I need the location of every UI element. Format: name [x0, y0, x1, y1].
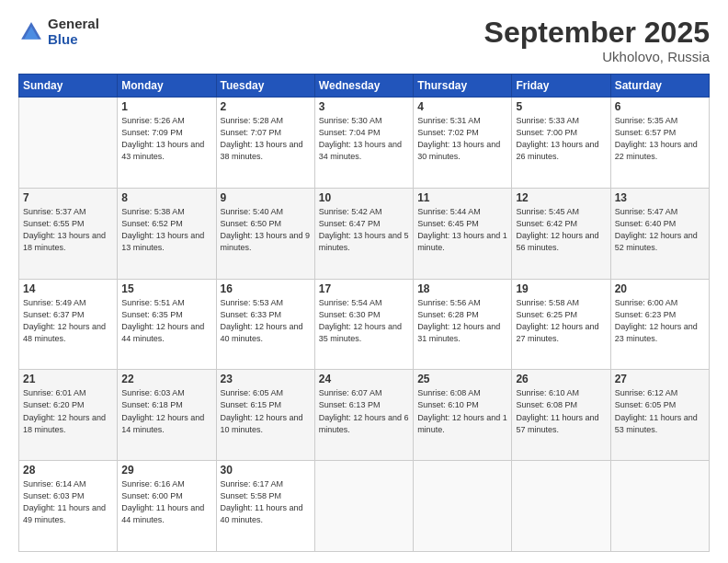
- table-row: 25Sunrise: 6:08 AM Sunset: 6:10 PM Dayli…: [414, 370, 512, 461]
- day-info: Sunrise: 5:49 AM Sunset: 6:37 PM Dayligh…: [23, 297, 113, 345]
- day-number: 2: [221, 100, 311, 113]
- day-number: 26: [516, 373, 606, 385]
- table-row: 14Sunrise: 5:49 AM Sunset: 6:37 PM Dayli…: [19, 279, 118, 370]
- day-number: 16: [221, 282, 311, 295]
- table-row: 28Sunrise: 6:14 AM Sunset: 6:03 PM Dayli…: [19, 461, 118, 552]
- table-row: [19, 98, 118, 189]
- day-number: 14: [23, 282, 113, 295]
- day-number: 27: [615, 373, 705, 385]
- day-info: Sunrise: 5:42 AM Sunset: 6:47 PM Dayligh…: [319, 206, 409, 254]
- day-info: Sunrise: 5:30 AM Sunset: 7:04 PM Dayligh…: [319, 115, 409, 163]
- day-info: Sunrise: 5:54 AM Sunset: 6:30 PM Dayligh…: [319, 297, 409, 345]
- day-info: Sunrise: 6:14 AM Sunset: 6:03 PM Dayligh…: [23, 478, 113, 526]
- table-row: 12Sunrise: 5:45 AM Sunset: 6:42 PM Dayli…: [512, 188, 610, 279]
- day-info: Sunrise: 5:51 AM Sunset: 6:35 PM Dayligh…: [121, 297, 211, 345]
- day-number: 19: [516, 282, 606, 295]
- day-number: 12: [516, 191, 606, 204]
- day-number: 10: [319, 191, 409, 204]
- day-info: Sunrise: 6:00 AM Sunset: 6:23 PM Dayligh…: [615, 297, 705, 345]
- location: Ukholovo, Russia: [484, 49, 710, 64]
- month-title: September 2025: [484, 17, 710, 49]
- day-number: 6: [615, 100, 705, 113]
- day-number: 29: [121, 464, 211, 477]
- table-row: 5Sunrise: 5:33 AM Sunset: 7:00 PM Daylig…: [512, 98, 610, 189]
- day-number: 25: [417, 373, 507, 385]
- col-thursday: Thursday: [414, 75, 512, 98]
- table-row: 7Sunrise: 5:37 AM Sunset: 6:55 PM Daylig…: [19, 188, 118, 279]
- day-info: Sunrise: 5:44 AM Sunset: 6:45 PM Dayligh…: [417, 206, 507, 254]
- table-row: 24Sunrise: 6:07 AM Sunset: 6:13 PM Dayli…: [314, 370, 413, 461]
- day-number: 23: [221, 373, 311, 385]
- table-row: 23Sunrise: 6:05 AM Sunset: 6:15 PM Dayli…: [216, 370, 314, 461]
- day-info: Sunrise: 5:38 AM Sunset: 6:52 PM Dayligh…: [121, 206, 211, 254]
- day-info: Sunrise: 5:31 AM Sunset: 7:02 PM Dayligh…: [417, 115, 507, 163]
- day-number: 17: [319, 282, 409, 295]
- day-info: Sunrise: 5:40 AM Sunset: 6:50 PM Dayligh…: [221, 206, 311, 254]
- day-number: 3: [319, 100, 409, 113]
- table-row: 22Sunrise: 6:03 AM Sunset: 6:18 PM Dayli…: [118, 370, 216, 461]
- day-info: Sunrise: 5:56 AM Sunset: 6:28 PM Dayligh…: [417, 297, 507, 345]
- table-row: 17Sunrise: 5:54 AM Sunset: 6:30 PM Dayli…: [314, 279, 413, 370]
- day-info: Sunrise: 5:26 AM Sunset: 7:09 PM Dayligh…: [121, 115, 211, 163]
- logo-icon: [18, 19, 44, 45]
- col-monday: Monday: [118, 75, 216, 98]
- title-block: September 2025 Ukholovo, Russia: [484, 17, 710, 64]
- table-row: 13Sunrise: 5:47 AM Sunset: 6:40 PM Dayli…: [610, 188, 709, 279]
- table-row: 15Sunrise: 5:51 AM Sunset: 6:35 PM Dayli…: [118, 279, 216, 370]
- calendar-week-row: 28Sunrise: 6:14 AM Sunset: 6:03 PM Dayli…: [19, 461, 710, 552]
- table-row: 30Sunrise: 6:17 AM Sunset: 5:58 PM Dayli…: [216, 461, 314, 552]
- day-number: 11: [417, 191, 507, 204]
- day-number: 7: [23, 191, 113, 204]
- logo-general-text: General: [48, 17, 99, 32]
- day-info: Sunrise: 6:16 AM Sunset: 6:00 PM Dayligh…: [121, 478, 211, 526]
- day-number: 18: [417, 282, 507, 295]
- table-row: 16Sunrise: 5:53 AM Sunset: 6:33 PM Dayli…: [216, 279, 314, 370]
- day-info: Sunrise: 5:47 AM Sunset: 6:40 PM Dayligh…: [615, 206, 705, 254]
- day-info: Sunrise: 6:08 AM Sunset: 6:10 PM Dayligh…: [417, 387, 507, 435]
- table-row: 3Sunrise: 5:30 AM Sunset: 7:04 PM Daylig…: [314, 98, 413, 189]
- day-number: 9: [221, 191, 311, 204]
- calendar-week-row: 1Sunrise: 5:26 AM Sunset: 7:09 PM Daylig…: [19, 98, 710, 189]
- table-row: 27Sunrise: 6:12 AM Sunset: 6:05 PM Dayli…: [610, 370, 709, 461]
- calendar-header-row: Sunday Monday Tuesday Wednesday Thursday…: [19, 75, 710, 98]
- calendar-week-row: 21Sunrise: 6:01 AM Sunset: 6:20 PM Dayli…: [19, 370, 710, 461]
- day-number: 21: [23, 373, 113, 385]
- day-info: Sunrise: 6:01 AM Sunset: 6:20 PM Dayligh…: [23, 387, 113, 435]
- day-number: 5: [516, 100, 606, 113]
- table-row: [610, 461, 709, 552]
- day-info: Sunrise: 6:10 AM Sunset: 6:08 PM Dayligh…: [516, 387, 606, 435]
- table-row: [414, 461, 512, 552]
- table-row: 29Sunrise: 6:16 AM Sunset: 6:00 PM Dayli…: [118, 461, 216, 552]
- table-row: 8Sunrise: 5:38 AM Sunset: 6:52 PM Daylig…: [118, 188, 216, 279]
- calendar-week-row: 7Sunrise: 5:37 AM Sunset: 6:55 PM Daylig…: [19, 188, 710, 279]
- table-row: 4Sunrise: 5:31 AM Sunset: 7:02 PM Daylig…: [414, 98, 512, 189]
- table-row: 11Sunrise: 5:44 AM Sunset: 6:45 PM Dayli…: [414, 188, 512, 279]
- calendar-table: Sunday Monday Tuesday Wednesday Thursday…: [18, 74, 710, 552]
- table-row: 1Sunrise: 5:26 AM Sunset: 7:09 PM Daylig…: [118, 98, 216, 189]
- table-row: [512, 461, 610, 552]
- day-number: 15: [121, 282, 211, 295]
- table-row: 18Sunrise: 5:56 AM Sunset: 6:28 PM Dayli…: [414, 279, 512, 370]
- table-row: 6Sunrise: 5:35 AM Sunset: 6:57 PM Daylig…: [610, 98, 709, 189]
- day-info: Sunrise: 5:28 AM Sunset: 7:07 PM Dayligh…: [221, 115, 311, 163]
- calendar-week-row: 14Sunrise: 5:49 AM Sunset: 6:37 PM Dayli…: [19, 279, 710, 370]
- day-info: Sunrise: 5:33 AM Sunset: 7:00 PM Dayligh…: [516, 115, 606, 163]
- table-row: 20Sunrise: 6:00 AM Sunset: 6:23 PM Dayli…: [610, 279, 709, 370]
- table-row: 26Sunrise: 6:10 AM Sunset: 6:08 PM Dayli…: [512, 370, 610, 461]
- col-tuesday: Tuesday: [216, 75, 314, 98]
- table-row: 19Sunrise: 5:58 AM Sunset: 6:25 PM Dayli…: [512, 279, 610, 370]
- day-number: 4: [417, 100, 507, 113]
- col-saturday: Saturday: [610, 75, 709, 98]
- day-info: Sunrise: 6:03 AM Sunset: 6:18 PM Dayligh…: [121, 387, 211, 435]
- table-row: 10Sunrise: 5:42 AM Sunset: 6:47 PM Dayli…: [314, 188, 413, 279]
- logo: General Blue: [18, 17, 99, 47]
- day-number: 24: [319, 373, 409, 385]
- day-info: Sunrise: 5:45 AM Sunset: 6:42 PM Dayligh…: [516, 206, 606, 254]
- day-number: 8: [121, 191, 211, 204]
- day-info: Sunrise: 6:05 AM Sunset: 6:15 PM Dayligh…: [221, 387, 311, 435]
- table-row: 21Sunrise: 6:01 AM Sunset: 6:20 PM Dayli…: [19, 370, 118, 461]
- day-number: 30: [221, 464, 311, 477]
- day-info: Sunrise: 5:37 AM Sunset: 6:55 PM Dayligh…: [23, 206, 113, 254]
- logo-blue-text: Blue: [48, 32, 99, 48]
- day-info: Sunrise: 6:12 AM Sunset: 6:05 PM Dayligh…: [615, 387, 705, 435]
